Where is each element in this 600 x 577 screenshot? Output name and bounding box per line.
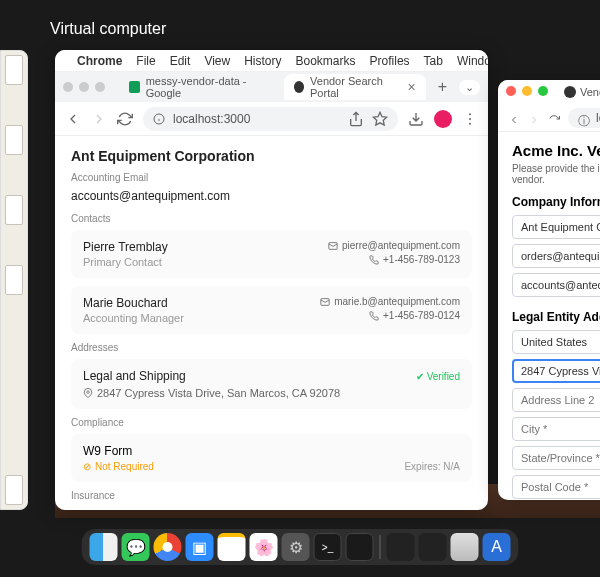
traffic-light-close[interactable] [63, 82, 73, 92]
tab-sheets[interactable]: messy-vendor-data - Google [119, 74, 280, 100]
dock-chrome-icon[interactable] [154, 533, 182, 561]
rail-thumb[interactable] [5, 475, 23, 505]
pin-icon [83, 388, 93, 398]
address-line2-field[interactable] [512, 388, 600, 412]
dock-trash-icon[interactable] [451, 533, 479, 561]
tab-overflow-icon[interactable]: ⌄ [459, 80, 480, 95]
traffic-light-min[interactable] [522, 86, 532, 96]
profile-avatar[interactable] [434, 110, 452, 128]
phone-icon [369, 311, 379, 321]
traffic-light-close[interactable] [506, 86, 516, 96]
dock-appstore-icon[interactable]: A [483, 533, 511, 561]
contact-email: pierre@antequipment.com [342, 240, 460, 251]
menu-history[interactable]: History [244, 54, 281, 68]
dock-settings-icon[interactable]: ⚙ [282, 533, 310, 561]
contact-phone: +1-456-789-0124 [383, 310, 460, 321]
traffic-light-max[interactable] [95, 82, 105, 92]
menu-app[interactable]: Chrome [77, 54, 122, 68]
compliance-label: Compliance [71, 417, 472, 428]
reload-icon[interactable] [117, 111, 133, 127]
company-field[interactable] [512, 215, 600, 239]
rail-thumb[interactable] [5, 265, 23, 295]
warning-icon: ⊘ [83, 461, 91, 472]
dock-separator [380, 535, 381, 559]
svg-point-6 [469, 122, 471, 124]
tab-vendor-portal[interactable]: Vendor Search Portal × [284, 74, 426, 100]
menu-profiles[interactable]: Profiles [370, 54, 410, 68]
address-title: Legal and Shipping [83, 369, 186, 383]
toolbar: localhost:3000 [55, 102, 488, 136]
close-icon[interactable]: × [407, 79, 415, 95]
url-text: loca [596, 111, 600, 125]
reload-icon[interactable] [548, 112, 560, 124]
w9-name: W9 Form [83, 444, 154, 458]
virtual-computer-label: Virtual computer [50, 20, 166, 38]
star-icon[interactable] [372, 111, 388, 127]
portal-icon [294, 81, 304, 93]
addresses-label: Addresses [71, 342, 472, 353]
portal-icon [564, 86, 576, 98]
contacts-label: Contacts [71, 213, 472, 224]
postal-field[interactable] [512, 475, 600, 499]
back-icon[interactable] [65, 111, 81, 127]
address-line1-field[interactable] [512, 359, 600, 383]
tab-label: messy-vendor-data - Google [146, 75, 270, 99]
rail-thumb[interactable] [5, 55, 23, 85]
dock-terminal-icon[interactable]: >_ [314, 533, 342, 561]
orders-email-field[interactable] [512, 244, 600, 268]
menu-bookmarks[interactable]: Bookmarks [296, 54, 356, 68]
check-icon: ✔ [416, 371, 424, 382]
dock-notes-icon[interactable] [218, 533, 246, 561]
rail-thumb[interactable] [5, 125, 23, 155]
dock-folder-icon[interactable] [387, 533, 415, 561]
w9-status: Not Required [95, 461, 154, 472]
svg-point-5 [469, 118, 471, 120]
company-name: Ant Equipment Corporation [71, 148, 472, 164]
dock: 💬 ▣ 🌸 ⚙ >_ A [82, 529, 519, 565]
tab-strip: messy-vendor-data - Google Vendor Search… [55, 72, 488, 102]
menu-file[interactable]: File [136, 54, 155, 68]
address-bar[interactable]: localhost:3000 [143, 107, 398, 131]
forward-icon[interactable] [91, 111, 107, 127]
info-icon: ⓘ [578, 113, 588, 123]
mac-menubar: Chrome File Edit View History Bookmarks … [55, 50, 488, 72]
compliance-card: W9 Form ⊘Not Required Expires: N/A [71, 434, 472, 482]
contact-phone: +1-456-789-0123 [383, 254, 460, 265]
address-card: Legal and Shipping ✔Verified 2847 Cypres… [71, 359, 472, 409]
city-field[interactable] [512, 417, 600, 441]
toolbar: ⓘloca [498, 104, 600, 132]
new-tab-button[interactable]: + [430, 78, 455, 96]
traffic-light-min[interactable] [79, 82, 89, 92]
menu-view[interactable]: View [204, 54, 230, 68]
address-bar[interactable]: ⓘloca [568, 108, 600, 128]
address-line: 2847 Cypress Vista Drive, San Marcos, CA… [97, 387, 340, 399]
accounting-email-label: Accounting Email [71, 172, 472, 183]
dock-messages-icon[interactable]: 💬 [122, 533, 150, 561]
tab-label: Vendor Search Portal [310, 75, 401, 99]
contact-name: Pierre Tremblay [83, 240, 168, 254]
accounts-email-field[interactable] [512, 273, 600, 297]
country-field[interactable] [512, 330, 600, 354]
download-icon[interactable] [408, 111, 424, 127]
rail-thumb[interactable] [5, 195, 23, 225]
mail-icon [320, 297, 330, 307]
contact-name: Marie Bouchard [83, 296, 184, 310]
section-company-info: Company Informat [512, 195, 600, 209]
menu-edit[interactable]: Edit [170, 54, 191, 68]
share-icon[interactable] [348, 111, 364, 127]
dock-zoom-icon[interactable]: ▣ [186, 533, 214, 561]
dock-folder-icon[interactable] [419, 533, 447, 561]
traffic-light-max[interactable] [538, 86, 548, 96]
state-field[interactable] [512, 446, 600, 470]
contact-email: marie.b@antequipment.com [334, 296, 460, 307]
kebab-icon[interactable] [462, 111, 478, 127]
vendor-form-window: Vendor For ⓘloca Acme Inc. Ven Please pr… [498, 80, 600, 500]
dock-finder-icon[interactable] [90, 533, 118, 561]
traffic-lights: Vendor For [498, 80, 600, 104]
back-icon[interactable] [508, 112, 520, 124]
dock-app-icon[interactable] [346, 533, 374, 561]
menu-tab[interactable]: Tab [424, 54, 443, 68]
menu-window[interactable]: Window [457, 54, 488, 68]
forward-icon[interactable] [528, 112, 540, 124]
dock-photos-icon[interactable]: 🌸 [250, 533, 278, 561]
